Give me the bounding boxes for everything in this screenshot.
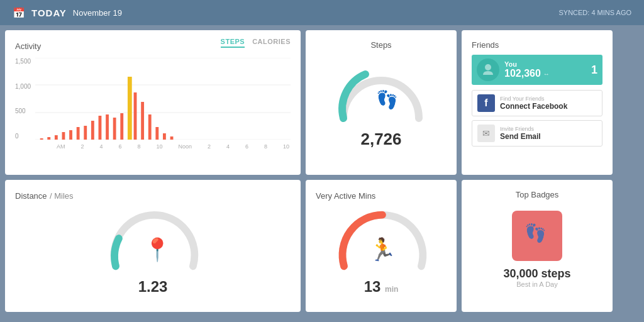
badge-image: 👣 [512,211,562,261]
svg-rect-9 [77,127,80,140]
steps-value: 2,726 [360,130,401,149]
header-date: November 19 [73,8,122,18]
tab-steps[interactable]: STEPS [221,38,245,48]
svg-rect-6 [55,135,58,140]
svg-text:📍: 📍 [143,236,172,263]
activity-title: Activity [15,42,41,51]
email-info: Invite Friends Send Email [500,126,541,141]
chart-svg [35,58,291,140]
svg-rect-12 [99,116,102,140]
active-mins-card: Very Active Mins 🏃 13 min [306,180,457,312]
svg-rect-21 [163,133,166,140]
email-icon: ✉ [477,125,495,142]
svg-rect-13 [106,114,109,140]
sync-status: SYNCED: 4 MINS AGO [558,9,631,16]
active-mins-title: Very Active Mins [316,191,375,201]
svg-rect-11 [91,121,94,140]
distance-header: Distance / Miles [15,190,291,201]
badges-title: Top Badges [516,190,559,199]
svg-text:👣: 👣 [525,223,547,243]
chart-x-labels: AM 2 4 6 8 10 Noon 2 4 6 8 10 [55,143,291,150]
distance-card: Distance / Miles 📍 1.23 [5,180,301,312]
chart-body: AM 2 4 6 8 10 Noon 2 4 6 8 10 [35,58,291,150]
distance-gauge-svg: 📍 [103,201,203,275]
steps-gauge-svg: 👣 [331,55,431,125]
friend-rank: 1 [591,64,597,77]
calendar-icon: 📅 [13,7,25,19]
active-gauge-svg: 🏃 [331,201,431,275]
svg-text:🏃: 🏃 [369,236,397,263]
distance-title: Distance [15,191,47,201]
svg-rect-19 [148,114,152,140]
steps-title: Steps [370,40,391,50]
friend-avatar [477,58,499,81]
distance-value: 1.23 [138,278,168,296]
friend-you-name: You [504,60,591,68]
facebook-connect[interactable]: f Find Your Friends Connect Facebook [472,90,602,116]
distance-gauge-container: 📍 1.23 [15,201,291,296]
active-mins-gauge-container: 🏃 13 min [316,201,447,296]
facebook-info: Find Your Friends Connect Facebook [500,96,567,111]
facebook-label: Find Your Friends [500,96,567,102]
svg-rect-20 [155,127,158,140]
active-mins-unit: min [385,285,398,294]
svg-rect-4 [40,138,43,140]
friend-info: You 102,360 ↔ [504,60,591,79]
active-mins-value: 13 min [364,278,399,296]
dashboard: Activity STEPS CALORIES 0 500 1,000 1,50… [0,25,644,322]
svg-rect-15 [120,113,123,140]
friend-you-steps: 102,360 ↔ [504,68,591,79]
svg-rect-18 [141,102,144,140]
header: 📅 TODAY November 19 SYNCED: 4 MINS AGO [0,0,644,25]
svg-text:👣: 👣 [376,89,398,110]
header-today: TODAY [31,8,67,18]
steps-card: Steps 👣 2,726 [306,30,457,175]
distance-subtitle: / Miles [50,191,74,201]
header-left: 📅 TODAY November 19 [13,7,122,19]
svg-rect-7 [62,132,65,140]
friends-card: Friends You 102,360 ↔ 1 f Find Your Frie… [462,30,613,175]
svg-rect-10 [84,126,87,140]
tab-calories[interactable]: CALORIES [252,38,291,48]
badges-card: Top Badges 👣 30,000 steps Best in A Day [462,180,613,312]
badge-steps-label: 30,000 steps [503,267,570,280]
chart-y-labels: 0 500 1,000 1,500 [15,58,33,140]
svg-rect-16 [128,77,132,140]
facebook-action: Connect Facebook [500,102,567,111]
svg-rect-14 [113,118,116,140]
activity-card: Activity STEPS CALORIES 0 500 1,000 1,50… [5,30,301,175]
email-label: Invite Friends [500,126,541,132]
badge-sub-label: Best in A Day [516,280,557,288]
chart-area: 0 500 1,000 1,500 [15,58,291,158]
friends-title: Friends [472,40,602,50]
facebook-icon: f [477,94,495,112]
email-action: Send Email [500,132,541,141]
svg-rect-22 [170,136,174,140]
activity-tabs: STEPS CALORIES [221,38,291,48]
svg-point-24 [485,64,491,70]
friend-you-row: You 102,360 ↔ 1 [472,55,602,85]
svg-rect-5 [47,137,50,140]
svg-rect-17 [134,92,137,140]
steps-gauge-container: 👣 2,726 [331,55,431,149]
email-invite[interactable]: ✉ Invite Friends Send Email [472,120,602,147]
svg-rect-8 [69,130,72,140]
